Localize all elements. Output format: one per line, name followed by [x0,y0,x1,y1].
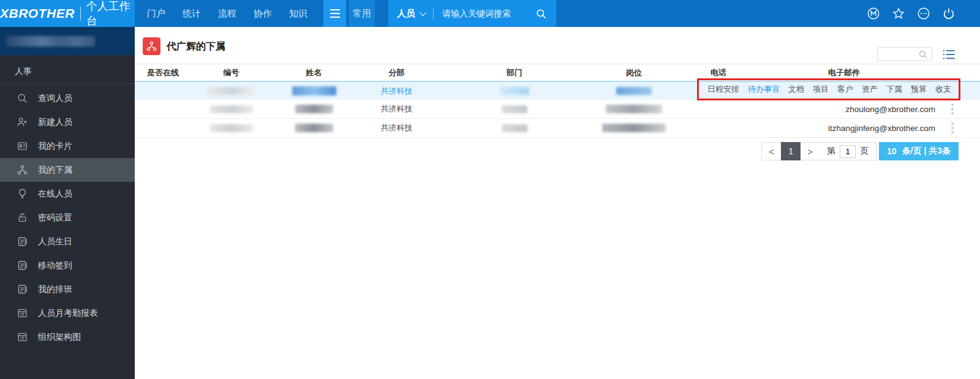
top-nav: 门户 统计 流程 协作 知识 [138,0,316,27]
product-name: 个人工作台 [86,0,135,28]
page-title: 代广辉的下属 [167,40,225,53]
col-name: 姓名 [273,67,355,78]
row-more-icon[interactable] [951,122,954,133]
current-page-button[interactable]: 1 [781,142,801,160]
sidebar-menu: 查询人员 新建人员 我的卡片 我的下属 在线人员 密码设置 [0,84,135,349]
m-badge-icon[interactable] [867,7,880,20]
list-view-icon[interactable] [942,49,956,60]
table-row[interactable]: 共济科技 zhoulong@xbrother.com [135,100,980,119]
sidebar-item-new-person[interactable]: 新建人员 [0,110,135,134]
sidebar-item-password-settings[interactable]: 密码设置 [0,206,135,230]
sidebar-section-label: 人事 [0,55,135,83]
report-icon [16,307,28,320]
jump-suffix: 页 [860,146,869,157]
position-redacted [606,105,662,113]
subordinates-table: 是否在线 编号 姓名 分部 部门 岗位 电话 电子邮件 共济科技 [135,64,980,138]
frequent-button[interactable]: 常用 [349,0,375,27]
branch-link[interactable]: 共济科技 [355,86,438,97]
action-income-expense[interactable]: 收支 [935,84,951,95]
name-redacted[interactable] [292,86,336,96]
action-subordinates[interactable]: 下属 [886,84,902,95]
sidebar-item-my-card[interactable]: 我的卡片 [0,134,135,158]
action-documents[interactable]: 文档 [788,84,804,95]
power-icon[interactable] [942,7,956,20]
logo-divider [80,7,81,20]
search-input[interactable] [442,9,534,18]
prev-page-button[interactable]: < [762,142,781,160]
star-icon[interactable] [892,7,905,20]
user-plus-icon [16,116,28,129]
search-icon[interactable] [918,50,928,59]
total-count-label: 条/页 | 共3条 [902,146,951,157]
nav-workflow[interactable]: 流程 [209,0,245,27]
dept-redacted [502,105,527,113]
sidebar-item-search-person[interactable]: 查询人员 [0,86,135,110]
action-assets[interactable]: 资产 [862,84,878,95]
action-projects[interactable]: 项目 [813,84,829,95]
email-text: itzhangjinfeng@xbrother.com [815,124,940,133]
table-row[interactable]: 共济科技 itzhangjinfeng@xbrother.com [135,119,980,138]
menu-hamburger-icon[interactable] [323,0,346,27]
sidebar-item-online-persons[interactable]: 在线人员 [0,182,135,206]
bulb-icon [16,188,28,200]
nav-collab[interactable]: 协作 [245,0,281,27]
topbar-right-icons [867,7,980,20]
table-search-input[interactable] [878,50,918,59]
page-jump-input[interactable] [840,145,856,158]
col-branch: 分部 [355,67,438,78]
action-customers[interactable]: 客户 [837,84,853,95]
org-chart-icon [16,164,28,176]
row-more-icon[interactable] [951,103,954,114]
document-icon [16,236,28,248]
search-icon [16,92,28,105]
more-icon[interactable] [917,7,930,20]
name-redacted[interactable] [295,105,333,113]
col-email: 电子邮件 [815,67,940,78]
document-icon [16,283,28,296]
position-redacted [602,124,666,132]
search-category-dropdown[interactable]: 人员 [397,8,424,20]
col-online: 是否在线 [135,67,190,78]
pagination: < 1 > 第 页 10 条/页 | 共3条 [135,142,959,160]
table-search-box [877,47,932,61]
left-sidebar: 人事 查询人员 新建人员 我的卡片 我的下属 在线人员 [0,27,135,379]
jump-prefix: 第 [827,146,835,157]
nav-portal[interactable]: 门户 [138,0,174,27]
sidebar-item-my-shifts[interactable]: 我的排班 [0,277,135,301]
name-redacted[interactable] [295,124,333,132]
user-name-redacted [6,36,95,47]
global-search: 人员 [388,0,556,27]
code-redacted [210,105,253,113]
action-todos[interactable]: 待办事宜 [748,84,780,95]
dept-redacted [500,87,529,95]
dept-redacted [502,124,527,132]
row-actions-annotation: 日程安排 待办事宜 文档 项目 客户 资产 下属 预算 收支 [697,78,960,100]
sidebar-item-monthly-attendance-report[interactable]: 人员月考勤报表 [0,301,135,325]
sidebar-item-org-chart-view[interactable]: 组织架构图 [0,325,135,349]
code-redacted [210,124,253,132]
email-text: zhoulong@xbrother.com [815,105,940,114]
col-position: 岗位 [591,67,677,78]
sidebar-item-mobile-checkin[interactable]: 移动签到 [0,253,135,277]
action-budget[interactable]: 预算 [911,84,927,95]
nav-knowledge[interactable]: 知识 [281,0,316,27]
col-phone: 电话 [677,67,815,78]
org-chart-icon [143,37,160,55]
col-code: 编号 [190,67,273,78]
chevron-down-icon [420,9,426,16]
main-content: 代广辉的下属 是否在线 编号 姓名 分部 部门 岗位 电话 电子邮件 [135,27,980,379]
sidebar-item-my-subordinates[interactable]: 我的下属 [0,158,135,182]
nav-stats[interactable]: 统计 [174,0,209,27]
page-size-info: 10 条/页 | 共3条 [879,142,959,160]
position-redacted [616,87,652,95]
search-icon[interactable] [534,7,548,20]
user-block [0,27,135,55]
app-logo[interactable]: XBROTHER 个人工作台 [0,0,135,27]
page-size-value: 10 [887,146,897,156]
action-schedule[interactable]: 日程安排 [707,84,739,95]
next-page-button[interactable]: > [801,142,820,160]
report-icon [16,331,28,343]
sidebar-item-birthdays[interactable]: 人员生日 [0,230,135,253]
code-redacted [206,87,257,95]
branch-text: 共济科技 [355,122,438,133]
